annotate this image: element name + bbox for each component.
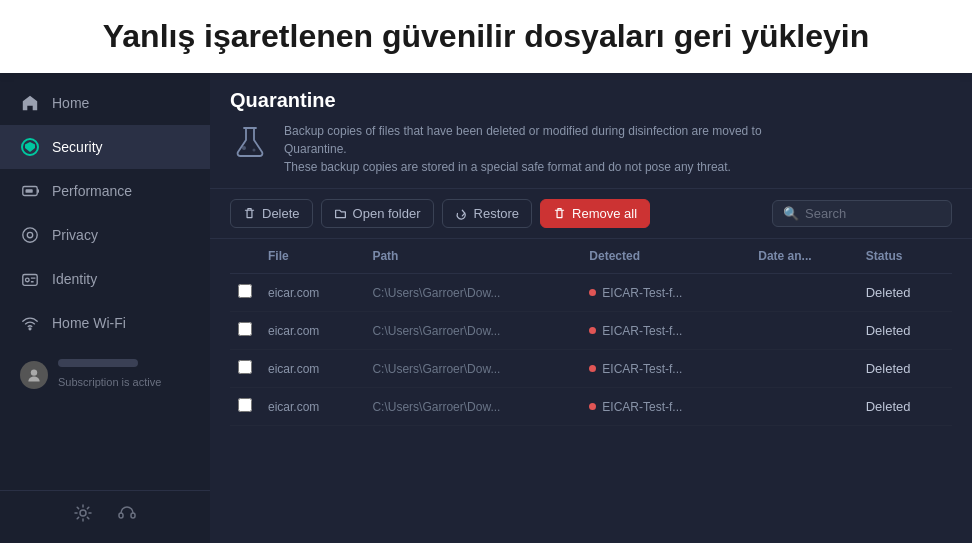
svg-point-3 xyxy=(23,228,37,242)
sidebar-item-identity-label: Identity xyxy=(52,271,97,287)
sidebar-item-privacy[interactable]: Privacy xyxy=(0,213,210,257)
table-row: eicar.com C:\Users\Garroer\Dow... EICAR-… xyxy=(230,350,952,388)
quarantine-desc-row: Backup copies of files that have been de… xyxy=(230,122,952,176)
row-path: C:\Users\Garroer\Dow... xyxy=(364,388,581,426)
sidebar: Home Security Performance xyxy=(0,73,210,543)
svg-point-4 xyxy=(27,232,32,237)
threat-dot xyxy=(589,327,596,334)
col-detected[interactable]: Detected xyxy=(581,239,750,274)
quarantine-table: File Path Detected Date an... Status eic… xyxy=(230,239,952,426)
svg-point-9 xyxy=(80,510,86,516)
content-area: Quarantine Backup copies of files that h… xyxy=(210,73,972,543)
row-checkbox[interactable] xyxy=(238,322,252,336)
row-checkbox-cell[interactable] xyxy=(230,388,260,426)
row-checkbox-cell[interactable] xyxy=(230,312,260,350)
svg-rect-10 xyxy=(119,513,123,518)
row-status: Deleted xyxy=(858,312,952,350)
row-path: C:\Users\Garroer\Dow... xyxy=(364,312,581,350)
row-file: eicar.com xyxy=(260,388,364,426)
quarantine-desc-line1: Backup copies of files that have been de… xyxy=(284,122,804,158)
table-header-row: File Path Detected Date an... Status xyxy=(230,239,952,274)
svg-rect-11 xyxy=(131,513,135,518)
main-layout: Home Security Performance xyxy=(0,73,972,543)
remove-all-label: Remove all xyxy=(572,206,637,221)
threat-dot xyxy=(589,365,596,372)
threat-name: EICAR-Test-f... xyxy=(602,362,682,376)
table-row: eicar.com C:\Users\Garroer\Dow... EICAR-… xyxy=(230,312,952,350)
svg-point-12 xyxy=(242,146,246,150)
row-detected: EICAR-Test-f... xyxy=(581,274,750,312)
row-status: Deleted xyxy=(858,350,952,388)
col-checkbox xyxy=(230,239,260,274)
threat-dot xyxy=(589,289,596,296)
sidebar-item-security[interactable]: Security xyxy=(0,125,210,169)
sidebar-item-performance-label: Performance xyxy=(52,183,132,199)
row-status: Deleted xyxy=(858,388,952,426)
table-row: eicar.com C:\Users\Garroer\Dow... EICAR-… xyxy=(230,274,952,312)
sidebar-item-performance[interactable]: Performance xyxy=(0,169,210,213)
security-icon xyxy=(20,137,40,157)
flask-icon xyxy=(230,122,270,162)
col-status[interactable]: Status xyxy=(858,239,952,274)
user-info: Subscription is active xyxy=(58,359,190,390)
svg-point-6 xyxy=(26,278,30,282)
restore-label: Restore xyxy=(474,206,520,221)
open-folder-button[interactable]: Open folder xyxy=(321,199,434,228)
row-checkbox[interactable] xyxy=(238,284,252,298)
table-body: eicar.com C:\Users\Garroer\Dow... EICAR-… xyxy=(230,274,952,426)
svg-point-13 xyxy=(253,149,256,152)
sidebar-item-home[interactable]: Home xyxy=(0,81,210,125)
row-status: Deleted xyxy=(858,274,952,312)
quarantine-description: Backup copies of files that have been de… xyxy=(284,122,804,176)
toolbar: Delete Open folder Restore Remove al xyxy=(210,189,972,239)
row-date xyxy=(750,350,857,388)
search-wrapper[interactable]: 🔍 xyxy=(772,200,952,227)
top-banner: Yanlış işaretlenen güvenilir dosyaları g… xyxy=(0,0,972,73)
svg-rect-2 xyxy=(26,189,33,193)
remove-all-button[interactable]: Remove all xyxy=(540,199,650,228)
col-date[interactable]: Date an... xyxy=(750,239,857,274)
row-checkbox[interactable] xyxy=(238,398,252,412)
sidebar-item-identity[interactable]: Identity xyxy=(0,257,210,301)
wifi-icon xyxy=(20,313,40,333)
sidebar-item-home-label: Home xyxy=(52,95,89,111)
open-folder-label: Open folder xyxy=(353,206,421,221)
sidebar-item-home-wifi[interactable]: Home Wi-Fi xyxy=(0,301,210,345)
threat-dot xyxy=(589,403,596,410)
sidebar-item-privacy-label: Privacy xyxy=(52,227,98,243)
row-checkbox-cell[interactable] xyxy=(230,350,260,388)
quarantine-desc-line2: These backup copies are stored in a spec… xyxy=(284,158,804,176)
svg-point-7 xyxy=(29,328,31,330)
col-path[interactable]: Path xyxy=(364,239,581,274)
threat-name: EICAR-Test-f... xyxy=(602,286,682,300)
quarantine-title: Quarantine xyxy=(230,89,952,112)
search-input[interactable] xyxy=(805,206,941,221)
sidebar-item-security-label: Security xyxy=(52,139,103,155)
quarantine-header: Quarantine Backup copies of files that h… xyxy=(210,73,972,189)
row-path: C:\Users\Garroer\Dow... xyxy=(364,274,581,312)
headset-icon[interactable] xyxy=(117,503,137,523)
row-path: C:\Users\Garroer\Dow... xyxy=(364,350,581,388)
row-checkbox-cell[interactable] xyxy=(230,274,260,312)
delete-button[interactable]: Delete xyxy=(230,199,313,228)
row-checkbox[interactable] xyxy=(238,360,252,374)
row-file: eicar.com xyxy=(260,350,364,388)
table-wrapper: File Path Detected Date an... Status eic… xyxy=(210,239,972,543)
svg-rect-1 xyxy=(37,189,39,193)
sidebar-item-home-wifi-label: Home Wi-Fi xyxy=(52,315,126,331)
settings-icon[interactable] xyxy=(73,503,93,523)
row-detected: EICAR-Test-f... xyxy=(581,388,750,426)
row-date xyxy=(750,388,857,426)
col-file[interactable]: File xyxy=(260,239,364,274)
threat-name: EICAR-Test-f... xyxy=(602,324,682,338)
restore-button[interactable]: Restore xyxy=(442,199,533,228)
row-detected: EICAR-Test-f... xyxy=(581,312,750,350)
row-detected: EICAR-Test-f... xyxy=(581,350,750,388)
search-icon: 🔍 xyxy=(783,206,799,221)
row-date xyxy=(750,312,857,350)
row-file: eicar.com xyxy=(260,274,364,312)
user-name-bar xyxy=(58,359,138,367)
sidebar-footer xyxy=(0,490,210,535)
table-row: eicar.com C:\Users\Garroer\Dow... EICAR-… xyxy=(230,388,952,426)
sidebar-user: Subscription is active xyxy=(0,349,210,400)
